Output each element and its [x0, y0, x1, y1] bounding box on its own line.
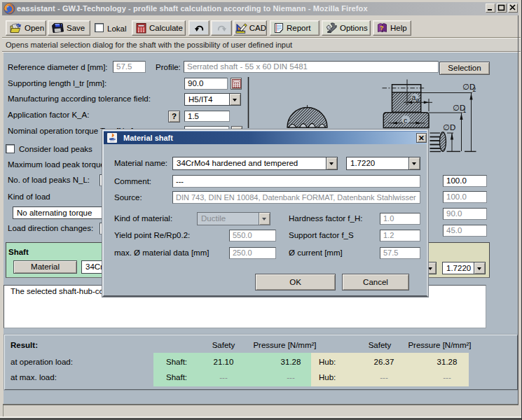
svg-text:c: c [404, 116, 407, 125]
svg-text:?: ? [380, 24, 384, 31]
svg-text:2: 2 [473, 86, 476, 93]
svg-text:1: 1 [463, 107, 467, 114]
svg-text:∅D: ∅D [443, 123, 455, 132]
svg-text:0: 0 [416, 97, 420, 104]
